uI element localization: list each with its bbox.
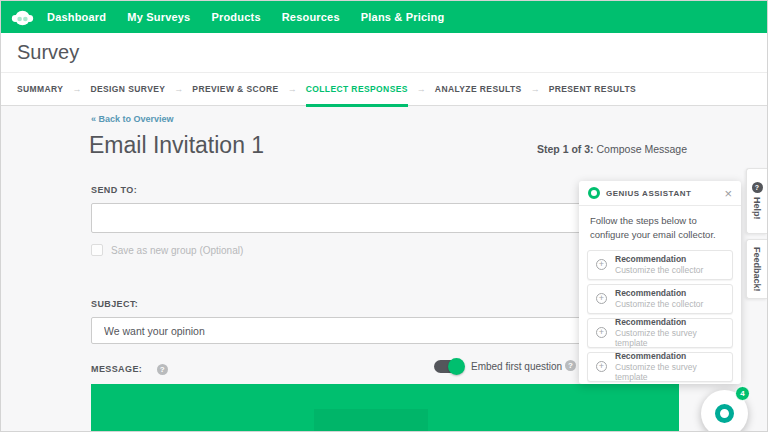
message-label: MESSAGE:	[91, 364, 142, 374]
help-tab-label: Help!	[752, 197, 762, 220]
card-title: Recommendation	[615, 317, 724, 327]
genius-panel-title: GENIUS ASSISTANT	[606, 189, 724, 198]
toggle-knob-icon	[448, 358, 465, 375]
surveymonkey-logo-icon[interactable]	[11, 6, 34, 29]
send-to-label: SEND TO:	[91, 185, 137, 195]
genius-ring-icon	[715, 404, 734, 423]
card-title: Recommendation	[615, 351, 724, 361]
save-group-row: Save as new group (Optional)	[91, 244, 243, 256]
step-name: Compose Message	[597, 143, 687, 155]
tab-preview-score[interactable]: PREVIEW & SCORE	[192, 73, 278, 106]
close-icon[interactable]: ×	[724, 187, 732, 200]
embed-question-toggle[interactable]	[434, 360, 462, 373]
tab-arrow-icon: →	[288, 84, 297, 94]
step-number: Step 1 of 3:	[537, 143, 594, 155]
genius-description: Follow the steps below to configure your…	[579, 206, 741, 248]
feedback-side-tab[interactable]: Feedback!	[746, 239, 767, 299]
tab-arrow-icon: →	[417, 84, 426, 94]
message-preview-area[interactable]	[91, 384, 679, 432]
recommendation-list: + Recommendation Customize the collector…	[579, 248, 741, 382]
embed-help-icon[interactable]: ?	[565, 360, 576, 371]
back-to-overview-link[interactable]: « Back to Overview	[91, 114, 174, 124]
tab-analyze-results[interactable]: ANALYZE RESULTS	[435, 73, 522, 106]
page-title: Survey	[17, 41, 79, 64]
nav-item-resources[interactable]: Resources	[282, 11, 340, 23]
genius-panel-header: GENIUS ASSISTANT ×	[579, 181, 741, 206]
feedback-tab-label: Feedback!	[752, 247, 762, 292]
tab-arrow-icon: →	[531, 84, 540, 94]
card-subtitle: Customize the survey template	[615, 328, 724, 348]
save-group-label: Save as new group (Optional)	[111, 245, 243, 256]
card-subtitle: Customize the survey template	[615, 362, 724, 382]
app-window: Dashboard My Surveys Products Resources …	[0, 0, 768, 432]
plus-circle-icon: +	[596, 361, 607, 372]
recommendation-card[interactable]: + Recommendation Customize the collector	[587, 284, 733, 314]
tab-arrow-icon: →	[72, 84, 81, 94]
nav-item-dashboard[interactable]: Dashboard	[47, 11, 106, 23]
message-help-icon[interactable]: ?	[157, 364, 168, 375]
card-subtitle: Customize the collector	[615, 265, 703, 275]
embed-question-label: Embed first question	[471, 361, 562, 372]
recommendation-card[interactable]: + Recommendation Customize the survey te…	[587, 352, 733, 382]
nav-item-products[interactable]: Products	[211, 11, 260, 23]
survey-header: Survey	[1, 33, 767, 73]
tab-collect-responses[interactable]: COLLECT RESPONSES	[306, 73, 408, 106]
genius-ring-icon	[588, 187, 600, 199]
notification-badge: 4	[735, 386, 750, 401]
tab-present-results[interactable]: PRESENT RESULTS	[549, 73, 637, 106]
help-question-icon: ?	[752, 182, 763, 193]
embedded-question-placeholder	[314, 409, 428, 432]
card-subtitle: Customize the collector	[615, 299, 703, 309]
card-title: Recommendation	[615, 254, 703, 264]
nav-item-plans-pricing[interactable]: Plans & Pricing	[361, 11, 445, 23]
help-side-tab[interactable]: ? Help!	[746, 168, 767, 234]
card-title: Recommendation	[615, 288, 703, 298]
plus-circle-icon: +	[596, 259, 607, 270]
plus-circle-icon: +	[596, 327, 607, 338]
step-indicator: Step 1 of 3: Compose Message	[537, 143, 687, 155]
recommendation-card[interactable]: + Recommendation Customize the survey te…	[587, 318, 733, 348]
tab-design-survey[interactable]: DESIGN SURVEY	[90, 73, 165, 106]
genius-assistant-panel: GENIUS ASSISTANT × Follow the steps belo…	[579, 181, 741, 384]
tab-summary[interactable]: SUMMARY	[17, 73, 63, 106]
workflow-tab-bar: SUMMARY → DESIGN SURVEY → PREVIEW & SCOR…	[1, 73, 767, 106]
plus-circle-icon: +	[596, 293, 607, 304]
genius-floating-button[interactable]: 4	[701, 390, 748, 432]
recommendation-card[interactable]: + Recommendation Customize the collector	[587, 250, 733, 280]
collector-title: Email Invitation 1	[89, 132, 264, 159]
tab-arrow-icon: →	[174, 84, 183, 94]
save-group-checkbox[interactable]	[91, 244, 103, 256]
top-nav-bar: Dashboard My Surveys Products Resources …	[1, 1, 767, 33]
subject-label: SUBJECT:	[91, 299, 138, 309]
nav-item-my-surveys[interactable]: My Surveys	[127, 11, 190, 23]
